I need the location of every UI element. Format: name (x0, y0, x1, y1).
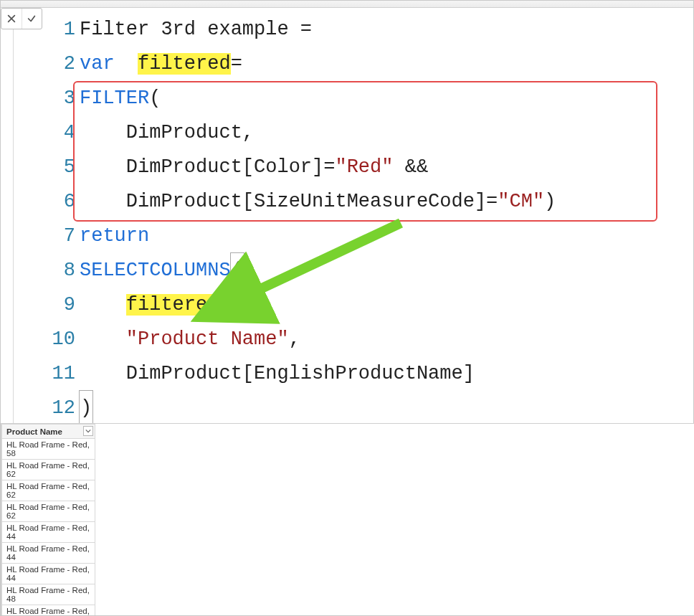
code-line: 2 var filtered= (49, 47, 693, 81)
line-number: 9 (49, 288, 80, 322)
code-line: 11 DimProduct[EnglishProductName] (49, 356, 693, 391)
code-line: 10 "Product Name", (49, 322, 693, 356)
editor-left-gutter (1, 8, 14, 423)
app-root: 1 Filter 3rd example = 2 var filtered= 3… (0, 0, 694, 616)
table-cell: HL Road Frame - Red, 44 (2, 522, 95, 543)
table-cell: HL Road Frame - Red, 48 (2, 605, 95, 616)
string-literal: "Product Name" (126, 328, 289, 350)
code-area[interactable]: 1 Filter 3rd example = 2 var filtered= 3… (14, 8, 693, 423)
line-number: 8 (49, 253, 80, 288)
code-text: DimProduct[EnglishProductName] (126, 363, 475, 384)
string-literal: "Red" (335, 156, 393, 178)
matched-paren-open: ( (230, 252, 244, 288)
table-row[interactable]: HL Road Frame - Red, 44 (2, 564, 95, 584)
table-row[interactable]: HL Road Frame - Red, 58 (2, 439, 95, 460)
line-number: 2 (49, 47, 80, 81)
ribbon-strip (1, 1, 693, 8)
table-row[interactable]: HL Road Frame - Red, 62 (2, 501, 95, 522)
check-icon (27, 14, 37, 24)
keyword-return: return (80, 225, 149, 247)
code-line: 8 SELECTCOLUMNS( (49, 253, 693, 288)
formula-commit-buttons (1, 8, 42, 29)
line-number: 10 (49, 322, 80, 356)
table-cell: HL Road Frame - Red, 48 (2, 584, 95, 605)
code-text: DimProduct, (126, 122, 254, 143)
code-text: Filter 3rd example = (80, 19, 312, 40)
code-lines: 1 Filter 3rd example = 2 var filtered= 3… (49, 12, 693, 425)
line-number: 7 (49, 219, 80, 253)
code-line: 9 filtered, (49, 288, 693, 322)
column-header-product-name[interactable]: Product Name (2, 425, 95, 439)
table-cell: HL Road Frame - Red, 62 (2, 460, 95, 480)
results-table: Product Name HL Road Frame - Red, 58HL R… (1, 424, 95, 615)
code-line: 4 DimProduct, (49, 115, 693, 150)
code-line: 12 ) (49, 391, 693, 425)
code-text: DimProduct[SizeUnitMeasureCode]= (126, 191, 498, 212)
table-row[interactable]: HL Road Frame - Red, 62 (2, 480, 95, 501)
code-line: 6 DimProduct[SizeUnitMeasureCode]="CM") (49, 184, 693, 219)
table-row[interactable]: HL Road Frame - Red, 44 (2, 543, 95, 564)
line-number: 6 (49, 184, 80, 219)
line-number: 3 (49, 81, 80, 115)
string-literal: "CM" (498, 191, 544, 212)
table-row[interactable]: HL Road Frame - Red, 62 (2, 460, 95, 480)
table-cell: HL Road Frame - Red, 44 (2, 543, 95, 564)
column-header-label: Product Name (6, 427, 62, 436)
table-cell: HL Road Frame - Red, 62 (2, 480, 95, 501)
line-number: 12 (49, 391, 80, 425)
column-filter-button[interactable] (83, 426, 93, 436)
line-number: 4 (49, 115, 80, 150)
code-line: 3 FILTER( (49, 81, 693, 115)
cancel-button[interactable] (1, 9, 22, 29)
matched-paren-close: ) (79, 390, 93, 426)
table-cell: HL Road Frame - Red, 44 (2, 564, 95, 584)
var-filtered-def: filtered (138, 53, 231, 75)
close-icon (6, 14, 16, 24)
line-number: 11 (49, 356, 80, 391)
keyword-var: var (80, 53, 115, 75)
table-row[interactable]: HL Road Frame - Red, 44 (2, 522, 95, 543)
code-line: 1 Filter 3rd example = (49, 12, 693, 47)
table-cell: HL Road Frame - Red, 62 (2, 501, 95, 522)
code-line: 7 return (49, 219, 693, 253)
chevron-down-icon (85, 428, 91, 434)
results-table-pane: Product Name HL Road Frame - Red, 58HL R… (1, 423, 694, 615)
code-text: DimProduct[Color]= (126, 156, 336, 178)
table-cell: HL Road Frame - Red, 58 (2, 439, 95, 460)
commit-button[interactable] (22, 9, 42, 29)
var-filtered-use: filtered (126, 294, 219, 316)
table-row[interactable]: HL Road Frame - Red, 48 (2, 584, 95, 605)
line-number: 5 (49, 150, 80, 184)
func-filter: FILTER (80, 87, 149, 109)
line-number: 1 (49, 12, 80, 47)
formula-editor: 1 Filter 3rd example = 2 var filtered= 3… (1, 8, 693, 424)
code-line: 5 DimProduct[Color]="Red" && (49, 150, 693, 184)
func-selectcolumns: SELECTCOLUMNS (80, 260, 231, 281)
table-row[interactable]: HL Road Frame - Red, 48 (2, 605, 95, 616)
